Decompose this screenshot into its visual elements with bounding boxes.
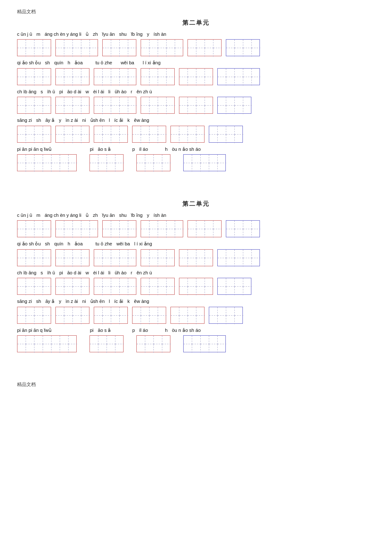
wc[interactable] <box>235 307 243 316</box>
wc[interactable] <box>137 344 145 353</box>
wc[interactable] <box>94 307 103 316</box>
wc[interactable] <box>235 287 243 295</box>
wc[interactable] <box>218 250 226 258</box>
wc[interactable] <box>64 287 73 295</box>
wc[interactable] <box>196 221 205 229</box>
wc[interactable] <box>141 135 150 143</box>
wc[interactable] <box>111 229 120 238</box>
wc[interactable] <box>192 344 201 353</box>
wc[interactable] <box>73 316 81 324</box>
wc[interactable] <box>43 40 52 48</box>
wc[interactable] <box>26 336 35 344</box>
wc[interactable] <box>81 106 90 114</box>
wc[interactable] <box>218 135 226 143</box>
wc[interactable] <box>205 48 213 57</box>
wc[interactable] <box>184 336 192 344</box>
wc[interactable] <box>107 344 115 353</box>
wc[interactable] <box>213 221 222 229</box>
wc[interactable] <box>141 40 150 48</box>
wc[interactable] <box>56 229 64 238</box>
wc[interactable] <box>133 126 141 135</box>
wc[interactable] <box>167 250 175 258</box>
wc[interactable] <box>175 40 184 48</box>
wc[interactable] <box>81 69 90 77</box>
wc[interactable] <box>158 97 167 106</box>
wc[interactable] <box>90 48 98 57</box>
wc[interactable] <box>205 221 213 229</box>
wc[interactable] <box>103 278 111 287</box>
wc[interactable] <box>111 97 120 106</box>
wc[interactable] <box>192 155 201 163</box>
wc[interactable] <box>162 336 171 344</box>
wc[interactable] <box>218 126 226 135</box>
wc[interactable] <box>111 69 120 77</box>
wc[interactable] <box>196 97 205 106</box>
wc[interactable] <box>26 97 35 106</box>
wc[interactable] <box>243 278 252 287</box>
wc[interactable] <box>205 278 213 287</box>
wc[interactable] <box>218 163 226 172</box>
wc[interactable] <box>209 135 218 143</box>
wc[interactable] <box>120 97 128 106</box>
wc[interactable] <box>226 97 235 106</box>
wc[interactable] <box>103 40 111 48</box>
wc[interactable] <box>188 69 196 77</box>
wc[interactable] <box>235 48 243 57</box>
wc[interactable] <box>111 250 120 258</box>
wc[interactable] <box>205 229 213 238</box>
wc[interactable] <box>158 106 167 114</box>
wc[interactable] <box>26 126 35 135</box>
wc[interactable] <box>196 135 205 143</box>
wc[interactable] <box>35 336 43 344</box>
wc[interactable] <box>162 163 171 172</box>
wc[interactable] <box>115 155 124 163</box>
wc[interactable] <box>137 336 145 344</box>
s2-writing-box-4-4[interactable] <box>132 307 166 324</box>
wc[interactable] <box>94 97 103 106</box>
wc[interactable] <box>120 135 128 143</box>
wc[interactable] <box>73 221 81 229</box>
wc[interactable] <box>64 307 73 316</box>
wc[interactable] <box>218 258 226 267</box>
wc[interactable] <box>56 77 64 86</box>
wc[interactable] <box>179 250 188 258</box>
wc[interactable] <box>128 69 137 77</box>
wc[interactable] <box>218 316 226 324</box>
wc[interactable] <box>201 336 209 344</box>
wc[interactable] <box>209 344 218 353</box>
wc[interactable] <box>26 307 35 316</box>
wc[interactable] <box>73 229 81 238</box>
wc[interactable] <box>252 69 260 77</box>
wc[interactable] <box>17 344 26 353</box>
wc[interactable] <box>171 135 179 143</box>
wc[interactable] <box>141 69 150 77</box>
wc[interactable] <box>64 221 73 229</box>
wc[interactable] <box>35 135 43 143</box>
wc[interactable] <box>141 258 150 267</box>
writing-box-2-3[interactable] <box>94 68 136 85</box>
wc[interactable] <box>26 250 35 258</box>
wc[interactable] <box>35 163 43 172</box>
wc[interactable] <box>64 126 73 135</box>
wc[interactable] <box>120 250 128 258</box>
wc[interactable] <box>235 316 243 324</box>
s2-writing-box-2-4[interactable] <box>141 249 175 266</box>
writing-box-1-3[interactable] <box>102 39 136 56</box>
wc[interactable] <box>111 77 120 86</box>
wc[interactable] <box>81 307 90 316</box>
wc[interactable] <box>154 163 162 172</box>
wc[interactable] <box>213 48 222 57</box>
wc[interactable] <box>81 278 90 287</box>
wc[interactable] <box>226 106 235 114</box>
wc[interactable] <box>188 258 196 267</box>
wc[interactable] <box>196 278 205 287</box>
wc[interactable] <box>81 135 90 143</box>
wc[interactable] <box>145 155 154 163</box>
wc[interactable] <box>56 307 64 316</box>
wc[interactable] <box>196 126 205 135</box>
wc[interactable] <box>209 336 218 344</box>
wc[interactable] <box>158 287 167 295</box>
wc[interactable] <box>158 258 167 267</box>
wc[interactable] <box>154 336 162 344</box>
wc[interactable] <box>188 307 196 316</box>
